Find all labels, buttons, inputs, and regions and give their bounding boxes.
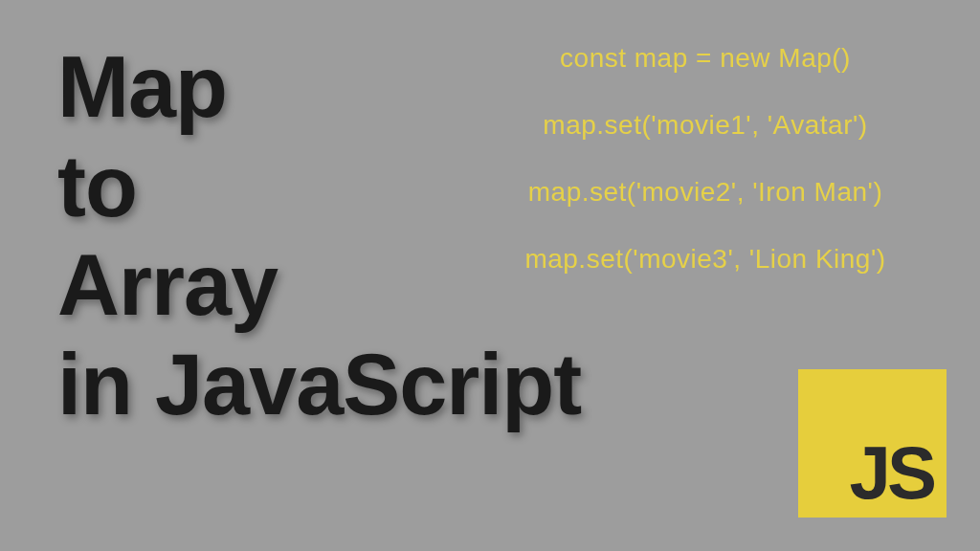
js-logo-text: JS xyxy=(850,435,933,510)
code-line-3: map.set('movie2', 'Iron Man') xyxy=(469,177,942,208)
code-snippet: const map = new Map() map.set('movie1', … xyxy=(469,43,942,275)
code-line-4: map.set('movie3', 'Lion King') xyxy=(469,244,942,275)
javascript-logo-icon: JS xyxy=(798,369,947,518)
code-line-2: map.set('movie1', 'Avatar') xyxy=(469,110,942,141)
code-line-1: const map = new Map() xyxy=(469,43,942,74)
title-line-4: in JavaScript xyxy=(57,336,581,435)
